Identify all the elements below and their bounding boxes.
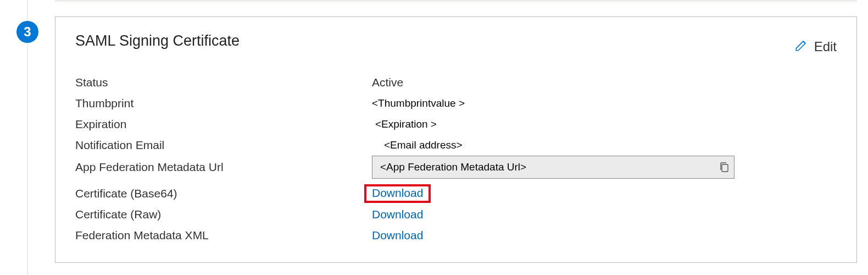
metadata-url-value: <App Federation Metadata Url> [380, 161, 719, 173]
saml-signing-certificate-card: SAML Signing Certificate Edit Status Act… [55, 16, 857, 263]
certificate-raw-label: Certificate (Raw) [75, 208, 372, 221]
expiration-row: Expiration <Expiration > [75, 114, 837, 135]
status-row: Status Active [75, 72, 837, 93]
thumbprint-row: Thumbprint <Thumbprintvalue > [75, 93, 837, 114]
pencil-icon [794, 38, 809, 56]
highlight-box: Download [364, 184, 431, 203]
status-label: Status [75, 76, 372, 89]
metadata-url-label: App Federation Metadata Url [75, 161, 372, 174]
expiration-value: <Expiration > [372, 118, 837, 130]
metadata-url-field[interactable]: <App Federation Metadata Url> [372, 156, 735, 179]
certificate-base64-label: Certificate (Base64) [75, 187, 372, 200]
card-title: SAML Signing Certificate [75, 32, 240, 50]
card-header: SAML Signing Certificate Edit [75, 32, 837, 56]
status-value: Active [372, 76, 837, 89]
certificate-raw-row: Certificate (Raw) Download [75, 204, 837, 225]
step-number-badge: 3 [16, 21, 38, 43]
federation-metadata-xml-label: Federation Metadata XML [75, 229, 372, 242]
notification-email-label: Notification Email [75, 139, 372, 152]
notification-email-value: <Email address> [372, 139, 837, 151]
svg-rect-0 [722, 164, 728, 172]
step-number: 3 [24, 24, 31, 40]
certificate-fields: Status Active Thumbprint <Thumbprintvalu… [75, 72, 837, 246]
download-certificate-base64-link[interactable]: Download [372, 186, 423, 199]
download-federation-metadata-xml-link[interactable]: Download [372, 229, 423, 241]
notification-email-row: Notification Email <Email address> [75, 135, 837, 156]
download-certificate-raw-link[interactable]: Download [372, 208, 423, 221]
edit-label: Edit [814, 39, 837, 54]
expiration-label: Expiration [75, 118, 372, 131]
edit-button[interactable]: Edit [794, 38, 837, 56]
thumbprint-value: <Thumbprintvalue > [372, 97, 837, 109]
federation-metadata-xml-row: Federation Metadata XML Download [75, 225, 837, 246]
thumbprint-label: Thumbprint [75, 97, 372, 110]
copy-icon[interactable] [719, 161, 730, 173]
top-divider [55, 0, 857, 2]
metadata-url-row: App Federation Metadata Url <App Federat… [75, 156, 837, 179]
certificate-base64-row: Certificate (Base64) Download [75, 183, 837, 204]
